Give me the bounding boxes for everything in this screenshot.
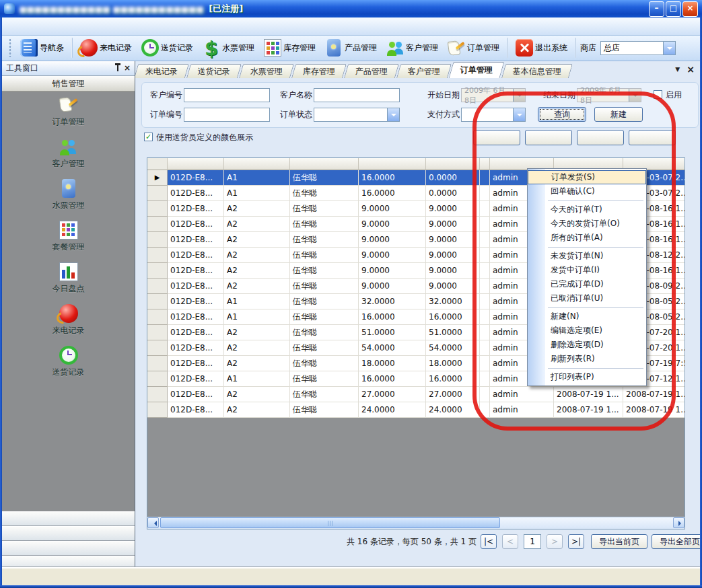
tab-delivery-log[interactable]: 送货记录	[186, 64, 242, 78]
column-header[interactable]	[290, 158, 359, 170]
customer-code-input[interactable]	[184, 88, 270, 102]
row-selector[interactable]	[147, 279, 168, 294]
sidebar-section-basic-info[interactable]	[2, 526, 135, 541]
scroll-left-icon[interactable]	[147, 517, 159, 528]
row-selector[interactable]	[147, 325, 168, 340]
menu-item-delete-selected[interactable]: 删除选定项(D)	[528, 338, 646, 352]
sidebar-item-customers[interactable]: 客户管理	[2, 132, 135, 174]
column-header[interactable]	[480, 158, 490, 170]
toolbar-water-ticket[interactable]: 水票管理	[198, 38, 259, 58]
scrollbar-thumb[interactable]	[160, 517, 500, 528]
toolbar-inventory[interactable]: 库存管理	[259, 38, 320, 58]
tab-basic-info[interactable]: 基本信息管理	[501, 64, 573, 78]
pay-method-select[interactable]	[461, 108, 526, 122]
close-icon[interactable]: ×	[124, 63, 131, 73]
first-page-button[interactable]: |<	[481, 534, 497, 549]
row-selector[interactable]	[147, 294, 168, 309]
chevron-down-icon[interactable]	[663, 42, 675, 54]
row-selector[interactable]	[147, 263, 168, 279]
tab-close-icon[interactable]: ×	[687, 65, 695, 73]
toolbar-order[interactable]: 订单管理	[443, 38, 504, 58]
tab-order[interactable]: 订单管理	[449, 62, 505, 78]
tab-customer[interactable]: 客户管理	[396, 64, 452, 78]
tab-inventory[interactable]: 库存管理	[291, 64, 347, 78]
shop-select[interactable]: 总店	[600, 41, 676, 55]
color-display-checkbox[interactable]: ✓	[144, 133, 153, 141]
horizontal-scrollbar[interactable]	[147, 517, 685, 529]
toolbar-product[interactable]: 产品管理	[320, 38, 382, 58]
menu-item-print-list[interactable]: 打印列表(P)	[528, 370, 646, 384]
enable-checkbox[interactable]	[654, 90, 662, 99]
toolbar-exit[interactable]: 退出系统	[511, 38, 572, 58]
toolbar-button[interactable]	[507, 38, 508, 58]
menu-item-today-shipped-orders[interactable]: 今天的发货订单(O)	[528, 217, 646, 231]
next-page-button[interactable]: >	[547, 534, 563, 549]
end-date-picker[interactable]: 2009年 6月 8日	[577, 88, 641, 102]
chevron-down-icon[interactable]	[629, 89, 641, 102]
row-selector[interactable]: ▶	[147, 170, 168, 186]
chevron-down-icon[interactable]	[513, 108, 525, 121]
tab-product[interactable]: 产品管理	[344, 64, 399, 78]
sidebar-item-delivery-log[interactable]: 送货记录	[2, 340, 135, 382]
pin-icon[interactable]	[117, 65, 118, 71]
menu-item-confirm-receipt[interactable]: 回单确认(C)	[528, 184, 646, 198]
minimize-button[interactable]: –	[649, 1, 664, 17]
sidebar-section-sales[interactable]: 销售管理	[2, 76, 135, 91]
row-selector[interactable]	[147, 232, 168, 248]
row-selector[interactable]	[147, 186, 168, 201]
row-selector[interactable]	[147, 309, 168, 325]
order-status-select[interactable]	[314, 108, 400, 122]
menu-item-new[interactable]: 新建(N)	[528, 309, 646, 324]
close-button[interactable]: ×	[682, 1, 698, 17]
toolbar-delivery-log[interactable]: 送货记录	[137, 38, 198, 58]
toolbar-button[interactable]	[71, 38, 73, 58]
last-page-button[interactable]: >|	[568, 534, 584, 549]
伍华聪[interactable]: 012D-E8... A2 伍华聪 24.0000 24.0000 admin …	[147, 402, 685, 418]
menu-item-cancelled-orders[interactable]: 已取消订单(U)	[528, 291, 646, 305]
sidebar-item-package[interactable]: 套餐管理	[2, 215, 135, 257]
start-date-picker[interactable]: 2009年 6月 8日	[461, 88, 526, 102]
column-header[interactable]	[168, 158, 224, 170]
column-header[interactable]	[224, 158, 290, 170]
export-current-page-button[interactable]: 导出当前页	[591, 534, 647, 549]
toolbar-navigator[interactable]: 导航条	[15, 38, 69, 58]
row-selector[interactable]	[147, 402, 168, 418]
menu-item-ship-order[interactable]: 订单发货(S)	[528, 170, 646, 184]
column-header[interactable]	[426, 158, 480, 170]
tab-list-dropdown-icon[interactable]: ▼	[675, 66, 680, 73]
sidebar-item-daily-check[interactable]: 今日盘点	[2, 257, 135, 299]
row-selector[interactable]	[147, 356, 168, 371]
sidebar-item-call-log[interactable]: 来电记录	[2, 299, 135, 340]
chevron-down-icon[interactable]	[387, 108, 399, 121]
button-undelivered-orders[interactable]	[473, 130, 520, 145]
tab-call-log[interactable]: 来电记录	[135, 64, 189, 78]
column-header[interactable]	[359, 158, 426, 170]
tab-water-ticket[interactable]: 水票管理	[239, 64, 294, 78]
chevron-down-icon[interactable]	[513, 89, 525, 102]
row-selector[interactable]	[147, 340, 168, 356]
伍华聪[interactable]: 012D-E8... A2 伍华聪 27.0000 27.0000 admin …	[147, 387, 685, 402]
menu-item-delivering-orders[interactable]: 发货中订单(I)	[528, 263, 646, 277]
row-selector[interactable]	[147, 248, 168, 263]
page-number-input[interactable]: 1	[524, 534, 541, 549]
prev-page-button[interactable]: <	[502, 534, 518, 549]
row-selector[interactable]	[147, 217, 168, 232]
sidebar-section-inventory[interactable]	[2, 511, 135, 526]
sidebar-item-orders[interactable]: 订单管理	[2, 90, 135, 132]
row-selector[interactable]	[147, 201, 168, 217]
new-button[interactable]: 新建	[594, 107, 643, 122]
button-delivering-orders[interactable]	[525, 130, 572, 145]
button-completed-orders[interactable]	[577, 130, 624, 145]
toolbar-grip[interactable]	[9, 38, 11, 57]
menu-item-undelivered-orders[interactable]: 未发货订单(N)	[528, 249, 646, 263]
menu-item-edit-selected[interactable]: 编辑选定项(E)	[528, 324, 646, 338]
menu-item-completed-orders[interactable]: 已完成订单(D)	[528, 277, 646, 291]
toolbar-customer[interactable]: 客户管理	[382, 38, 443, 58]
sidebar-section-finance[interactable]	[2, 541, 135, 556]
column-header[interactable]	[147, 158, 168, 170]
customer-name-input[interactable]	[314, 88, 400, 102]
menu-item-all-orders[interactable]: 所有的订单(A)	[528, 231, 646, 245]
row-selector[interactable]	[147, 371, 168, 387]
menu-item-today-orders[interactable]: 今天的订单(T)	[528, 203, 646, 217]
toolbar-button[interactable]	[575, 38, 576, 58]
